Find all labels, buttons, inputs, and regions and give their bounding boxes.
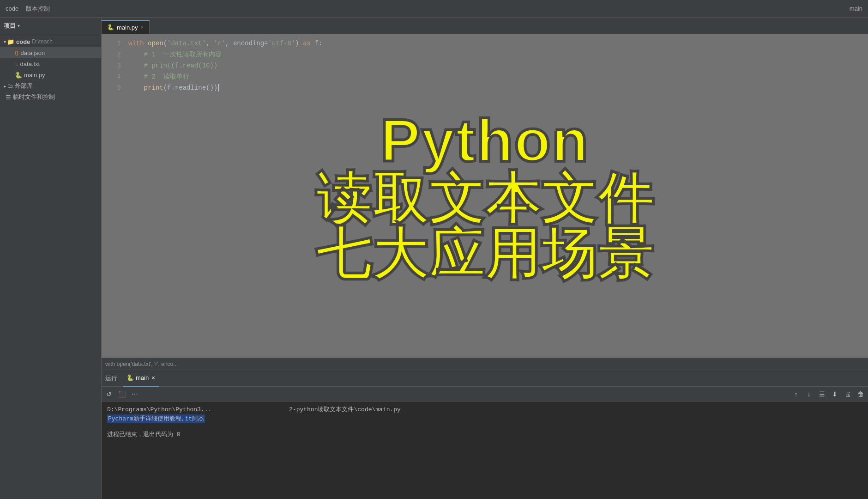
restart-button[interactable]: ↺ [103,389,115,400]
menu-vcs[interactable]: 版本控制 [26,5,50,13]
sidebar-item-temp-files[interactable]: ☰ 临时文件和控制 [0,91,101,103]
arrow-down-button[interactable]: ↓ [803,389,814,400]
sidebar-item-root[interactable]: ▾ 📁 code D:\teach [0,36,101,47]
run-label: 运行 [105,374,117,383]
sidebar-item-data-txt[interactable]: ≡ data.txt [0,58,101,69]
console-line-highlight: Pycharm新手详细使用教程,it阿杰 [107,414,205,423]
data-txt-label: data.txt [20,61,40,67]
root-label: code [16,38,30,45]
run-tab-label: main [136,374,149,381]
temp-files-label: 临时文件和控制 [13,93,55,101]
main-py-label: main.py [24,72,45,79]
code-line-1: with open('data.txt', 'r', encoding='utf… [125,38,868,49]
json-icon: {} [15,50,19,55]
bottom-toolbar: ↺ ⬛ ⋯ ↑ ↓ ☰ ⬇ 🖨 🗑 [102,387,868,402]
console-line-path: D:\Programs\Python\Python3... 2-python读取… [107,405,862,414]
bottom-console[interactable]: D:\Programs\Python\Python3... 2-python读取… [102,402,868,499]
run-py-icon: 🐍 [127,374,134,381]
filter-button[interactable]: ☰ [816,389,827,400]
menu-code[interactable]: code [6,5,18,12]
tab-python-icon: 🐍 [107,24,114,30]
ext-lib-label: 外部库 [15,82,33,90]
tab-close-button[interactable]: × [141,24,144,30]
code-line-4: # 2 读取单行 [125,71,868,82]
download-button[interactable]: ⬇ [829,389,840,400]
print-button[interactable]: 🖨 [842,389,853,400]
code-line-3: # print(f.read(10)) [125,60,868,71]
more-button[interactable]: ⋯ [129,389,140,400]
console-path-right: 2-python读取文本文件\code\main.py [289,406,401,413]
chevron-right-icon: ▸ [4,84,6,89]
code-line-2: # 1 一次性读取所有内容 [125,49,868,60]
sidebar-project-label: 项目 [4,22,16,30]
stop-button[interactable]: ⬛ [116,389,127,400]
txt-icon: ≡ [15,61,18,67]
console-highlight-text: Pycharm新手详细使用教程,it阿杰 [108,415,204,422]
code-content[interactable]: with open('data.txt', 'r', encoding='utf… [125,34,868,358]
sidebar-tree: ▾ 📁 code D:\teach {} data.json ≡ data.tx… [0,34,101,499]
sidebar-item-external-lib[interactable]: ▸ 🗂 外部库 [0,80,101,91]
bottom-panel-tab-main[interactable]: 🐍 main × [123,370,159,387]
tab-main-py[interactable]: 🐍 main.py × [102,20,150,34]
text-cursor: I [466,122,469,133]
folder-icon: 📁 [7,38,14,45]
editor-status-bar: with open('data.txt', 'r', enco... [102,358,868,370]
sidebar-header: 项目 ▾ [0,18,101,34]
sidebar-item-data-json[interactable]: {} data.json [0,47,101,58]
title-bar: code 版本控制 main [0,0,868,18]
status-bar-text: with open('data.txt', 'r', enco... [105,361,178,367]
editor-content: 1 2 3 4 5 with open('data.txt', 'r', enc… [102,34,868,358]
bottom-panel: 运行 🐍 main × ↺ ⬛ ⋯ ↑ ↓ ☰ ⬇ 🖨 [102,370,868,499]
data-json-label: data.json [21,49,45,56]
arrow-up-button[interactable]: ↑ [790,389,802,400]
editor-area: 🐍 main.py × 1 2 3 4 5 with open('d [102,18,868,499]
code-line-5: print(f.readline()) [125,82,868,93]
tab-label: main.py [117,24,138,31]
chevron-down-icon: ▾ [4,39,6,44]
line-numbers: 1 2 3 4 5 [102,34,125,358]
sidebar: 项目 ▾ ▾ 📁 code D:\teach {} data.json ≡ da… [0,18,102,499]
console-path-left: D:\Programs\Python\Python3... [107,406,211,413]
trash-button[interactable]: 🗑 [855,389,866,400]
title-bar-right-label: main [850,5,862,12]
root-sublabel: D:\teach [32,38,53,45]
run-tab-close[interactable]: × [151,374,155,381]
sidebar-item-main-py[interactable]: 🐍 main.py [0,69,101,80]
bottom-panel-header: 运行 🐍 main × [102,370,868,387]
main-layout: 项目 ▾ ▾ 📁 code D:\teach {} data.json ≡ da… [0,18,868,499]
list-icon: ☰ [6,94,11,101]
ext-folder-icon: 🗂 [7,83,13,90]
sidebar-chevron-icon: ▾ [18,23,20,28]
console-empty-line [107,423,862,430]
console-exit-line: 进程已结束，退出代码为 0 [107,430,862,438]
py-icon: 🐍 [15,72,22,79]
tab-bar: 🐍 main.py × [102,18,868,34]
